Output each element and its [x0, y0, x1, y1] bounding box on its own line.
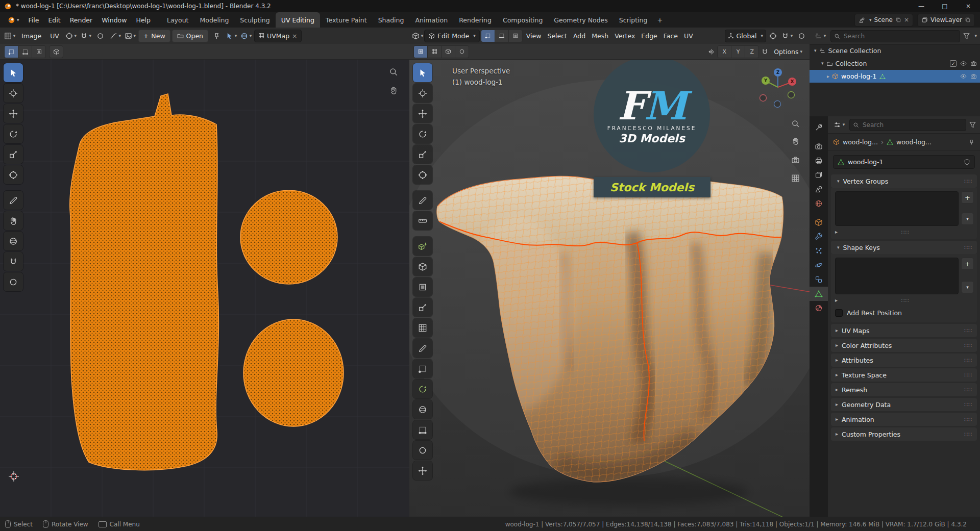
- outliner-row-wood-log[interactable]: ▸ wood-log-1: [810, 70, 980, 83]
- vp-menu-vertex[interactable]: Vertex: [612, 30, 638, 42]
- vp-menu-uv[interactable]: UV: [681, 30, 696, 42]
- panel-vertex-groups[interactable]: ▾ Vertex Groups ∷∷: [831, 174, 977, 188]
- panel-color-attributes[interactable]: ▸ Color Attributes ∷∷: [831, 339, 977, 352]
- grip-icon[interactable]: ∷∷: [964, 178, 972, 185]
- uv-falloff-dropdown[interactable]: ▾: [109, 30, 122, 42]
- uv-tool-grab[interactable]: [4, 211, 23, 230]
- mirror-z-button[interactable]: Z: [745, 46, 758, 58]
- filter-icon[interactable]: [963, 32, 970, 40]
- tab-particles[interactable]: [810, 244, 828, 258]
- uv-tool-rotate[interactable]: [4, 124, 23, 143]
- close-button[interactable]: ×: [957, 0, 980, 12]
- uv-tool-annotate[interactable]: [4, 191, 23, 210]
- uv-snap-dropdown[interactable]: ▾: [79, 30, 92, 42]
- face-mode-button[interactable]: [509, 30, 522, 42]
- viewport-pan-icon[interactable]: [793, 138, 798, 145]
- filter-icon[interactable]: [969, 121, 976, 129]
- add-shape-key-button[interactable]: +: [961, 258, 974, 270]
- tab-modifiers[interactable]: [810, 230, 828, 244]
- vp-tool-poly-build[interactable]: [413, 359, 432, 378]
- uv-tool-move[interactable]: [4, 104, 23, 123]
- vp-menu-select[interactable]: Select: [545, 30, 570, 42]
- tab-constraints[interactable]: [810, 272, 828, 287]
- close-icon[interactable]: ×: [292, 32, 297, 40]
- select-extend-button[interactable]: [428, 46, 442, 58]
- blender-menu-button[interactable]: ▾: [3, 14, 24, 26]
- workspace-tab-layout[interactable]: Layout: [161, 12, 194, 28]
- vp-menu-add[interactable]: Add: [571, 30, 588, 42]
- uv-zoom-icon[interactable]: [390, 69, 397, 75]
- tab-render[interactable]: [810, 139, 828, 154]
- add-rest-position-checkbox[interactable]: [835, 309, 843, 317]
- maximize-button[interactable]: □: [933, 0, 957, 12]
- viewport-camera-icon[interactable]: [792, 157, 799, 163]
- gizmo-neg-y-axis[interactable]: [788, 92, 795, 98]
- grip-icon[interactable]: ∷∷: [964, 357, 972, 364]
- breadcrumb-object[interactable]: wood-log...: [843, 138, 878, 146]
- mirror-x-button[interactable]: X: [718, 46, 731, 58]
- menu-render[interactable]: Render: [65, 14, 97, 26]
- add-workspace-button[interactable]: +: [653, 12, 667, 28]
- properties-search[interactable]: [849, 119, 966, 131]
- outliner-search[interactable]: [830, 30, 960, 42]
- uv-overlay-dropdown[interactable]: ▾: [239, 30, 253, 42]
- workspace-tab-compositing[interactable]: Compositing: [497, 12, 548, 28]
- panel-shape-keys[interactable]: ▾ Shape Keys ∷∷: [831, 241, 977, 254]
- proportional-edit-toggle[interactable]: [796, 30, 807, 42]
- checkbox-icon[interactable]: ✓: [950, 60, 957, 67]
- resize-grip-icon[interactable]: ∷∷: [901, 297, 910, 304]
- panel-remesh[interactable]: ▸ Remesh ∷∷: [831, 383, 977, 396]
- workspace-tab-rendering[interactable]: Rendering: [453, 12, 497, 28]
- options-dropdown[interactable]: Options ▾: [771, 45, 805, 58]
- breadcrumb-data[interactable]: wood-log...: [896, 138, 932, 146]
- uv-pin-button[interactable]: [210, 30, 223, 42]
- menu-file[interactable]: File: [24, 14, 44, 26]
- vp-tool-select-box[interactable]: [413, 63, 432, 82]
- workspace-tab-scripting[interactable]: Scripting: [614, 12, 653, 28]
- viewport-zoom-icon[interactable]: [793, 121, 799, 127]
- vp-menu-mesh[interactable]: Mesh: [589, 30, 611, 42]
- uv-select-face-button[interactable]: [32, 46, 45, 58]
- workspace-tab-texture-paint[interactable]: Texture Paint: [320, 12, 373, 28]
- workspace-tab-shading[interactable]: Shading: [373, 12, 410, 28]
- panel-uv-maps[interactable]: ▸ UV Maps ∷∷: [831, 324, 977, 337]
- new-scene-icon[interactable]: [895, 17, 901, 23]
- vp-tool-loop-cut[interactable]: [413, 318, 432, 337]
- uvmap-selector[interactable]: UVMap ×: [254, 30, 302, 42]
- properties-search-input[interactable]: [862, 121, 963, 129]
- uv-tool-pinch[interactable]: [4, 252, 23, 271]
- uv-2d-cursor[interactable]: [9, 471, 19, 482]
- pivot-point-dropdown[interactable]: [767, 30, 778, 42]
- camera-icon[interactable]: [970, 73, 977, 80]
- unlink-scene-icon[interactable]: ×: [904, 16, 909, 23]
- vp-tool-transform[interactable]: [413, 165, 432, 184]
- tab-material[interactable]: [810, 301, 828, 315]
- tab-object[interactable]: [810, 215, 828, 230]
- panel-attributes[interactable]: ▸ Attributes ∷∷: [831, 353, 977, 367]
- properties-editor-type-button[interactable]: ▾: [831, 119, 847, 131]
- menu-window[interactable]: Window: [97, 14, 131, 26]
- new-viewlayer-icon[interactable]: [965, 17, 971, 23]
- uv-island-end-top[interactable]: [240, 190, 337, 284]
- orientation-selector[interactable]: Global ▾: [725, 30, 766, 42]
- gizmo-neg-z-axis[interactable]: [774, 101, 781, 108]
- grip-icon[interactable]: ∷∷: [964, 327, 972, 334]
- uv-canvas[interactable]: [0, 59, 409, 517]
- mode-selector[interactable]: Edit Mode ▾: [424, 30, 480, 42]
- snap-target-icon[interactable]: [761, 48, 769, 56]
- vp-tool-spin[interactable]: [413, 380, 432, 398]
- outliner-row-collection[interactable]: ▾ Collection ✓: [810, 57, 980, 70]
- tab-scene[interactable]: [810, 182, 828, 196]
- tab-tool[interactable]: [810, 120, 828, 135]
- camera-icon[interactable]: [970, 60, 977, 67]
- workspace-tab-modeling[interactable]: Modeling: [194, 12, 234, 28]
- shape-key-specials-button[interactable]: ▾: [961, 281, 974, 293]
- vp-tool-edge-slide[interactable]: [413, 420, 432, 439]
- vp-tool-add-cube[interactable]: [413, 237, 432, 256]
- uv-menu-uv[interactable]: UV: [46, 30, 63, 42]
- vertex-group-specials-button[interactable]: ▾: [961, 213, 974, 225]
- uv-select-edge-button[interactable]: [18, 46, 32, 58]
- vp-tool-bevel[interactable]: [413, 298, 432, 317]
- uv-tool-relax[interactable]: [4, 232, 23, 250]
- vertex-groups-list[interactable]: [835, 191, 959, 226]
